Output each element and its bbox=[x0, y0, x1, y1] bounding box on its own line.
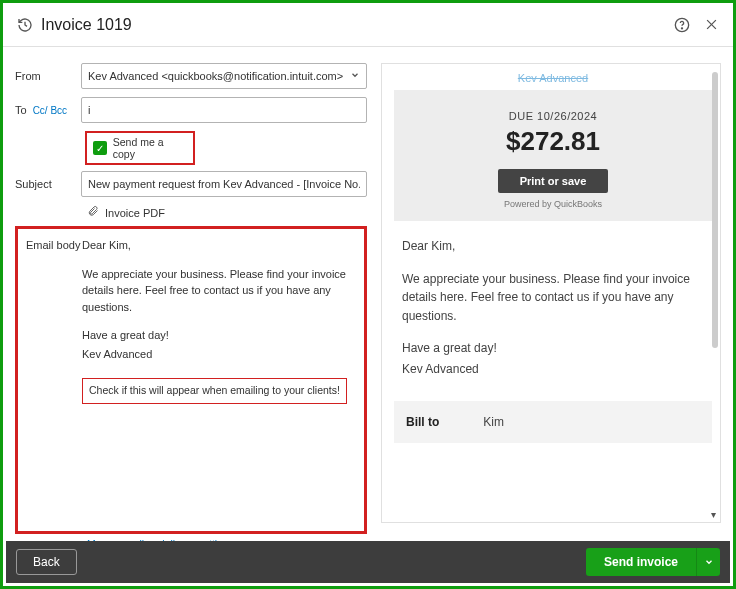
powered-by-text: Powered by QuickBooks bbox=[404, 199, 702, 209]
body-paragraph-2: Have a great day! bbox=[82, 327, 356, 344]
bill-to-section: Bill to Kim bbox=[394, 401, 712, 443]
email-form: From Kev Advanced <quickbooks@notificati… bbox=[15, 63, 367, 537]
email-body-textarea[interactable]: Dear Kim, We appreciate your business. P… bbox=[82, 237, 356, 523]
send-me-copy-label: Send me a copy bbox=[113, 136, 187, 160]
to-label: To bbox=[15, 104, 27, 116]
close-icon[interactable] bbox=[704, 17, 719, 32]
attachment-row[interactable]: Invoice PDF bbox=[87, 205, 367, 220]
subject-input-wrap bbox=[81, 171, 367, 197]
from-value: Kev Advanced <quickbooks@notification.in… bbox=[88, 70, 343, 82]
send-invoice-button[interactable]: Send invoice bbox=[586, 548, 696, 576]
main-content: From Kev Advanced <quickbooks@notificati… bbox=[3, 47, 733, 541]
send-me-copy-checkbox[interactable]: ✓ Send me a copy bbox=[85, 131, 195, 165]
window-header: Invoice 1019 bbox=[3, 3, 733, 47]
preview-panel: ▾ Kev Advanced DUE 10/26/2024 $272.81 Pr… bbox=[381, 63, 721, 537]
preview-sender-link: Kev Advanced bbox=[394, 72, 712, 84]
to-input[interactable] bbox=[88, 104, 360, 116]
from-select[interactable]: Kev Advanced <quickbooks@notification.in… bbox=[81, 63, 367, 89]
subject-label: Subject bbox=[15, 178, 81, 190]
scroll-down-icon[interactable]: ▾ bbox=[706, 508, 720, 522]
footer-bar: Back Send invoice bbox=[6, 541, 730, 583]
body-greeting: Dear Kim, bbox=[82, 237, 356, 254]
body-signature: Kev Advanced bbox=[82, 346, 356, 363]
preview-summary-card: DUE 10/26/2024 $272.81 Print or save Pow… bbox=[394, 90, 712, 221]
back-button[interactable]: Back bbox=[16, 549, 77, 575]
bill-to-value: Kim bbox=[483, 415, 504, 429]
scrollbar[interactable] bbox=[712, 72, 718, 348]
to-input-wrap bbox=[81, 97, 367, 123]
send-dropdown-button[interactable] bbox=[696, 548, 720, 576]
body-check-note: Check if this will appear when emailing … bbox=[82, 378, 347, 404]
invoice-amount: $272.81 bbox=[404, 126, 702, 157]
check-icon: ✓ bbox=[93, 141, 107, 155]
subject-input[interactable] bbox=[88, 178, 360, 190]
preview-closing-2: Kev Advanced bbox=[402, 360, 704, 379]
page-title: Invoice 1019 bbox=[41, 16, 132, 34]
preview-container: ▾ Kev Advanced DUE 10/26/2024 $272.81 Pr… bbox=[381, 63, 721, 523]
preview-greeting: Dear Kim, bbox=[402, 237, 704, 256]
chevron-down-icon bbox=[350, 70, 360, 82]
bill-to-label: Bill to bbox=[406, 415, 439, 429]
cc-bcc-link[interactable]: Cc/ Bcc bbox=[33, 105, 67, 116]
email-body-label: Email body bbox=[26, 237, 82, 523]
preview-closing-1: Have a great day! bbox=[402, 339, 704, 358]
body-paragraph-1: We appreciate your business. Please find… bbox=[82, 266, 356, 316]
from-label: From bbox=[15, 70, 81, 82]
paperclip-icon bbox=[87, 205, 99, 220]
email-body-section: Email body Dear Kim, We appreciate your … bbox=[15, 226, 367, 534]
history-icon[interactable] bbox=[17, 17, 33, 33]
svg-point-1 bbox=[681, 27, 682, 28]
attachment-name: Invoice PDF bbox=[105, 207, 165, 219]
print-or-save-button[interactable]: Print or save bbox=[498, 169, 609, 193]
preview-paragraph: We appreciate your business. Please find… bbox=[402, 270, 704, 326]
due-date: DUE 10/26/2024 bbox=[404, 110, 702, 122]
preview-body: Dear Kim, We appreciate your business. P… bbox=[394, 221, 712, 401]
help-icon[interactable] bbox=[674, 17, 690, 33]
